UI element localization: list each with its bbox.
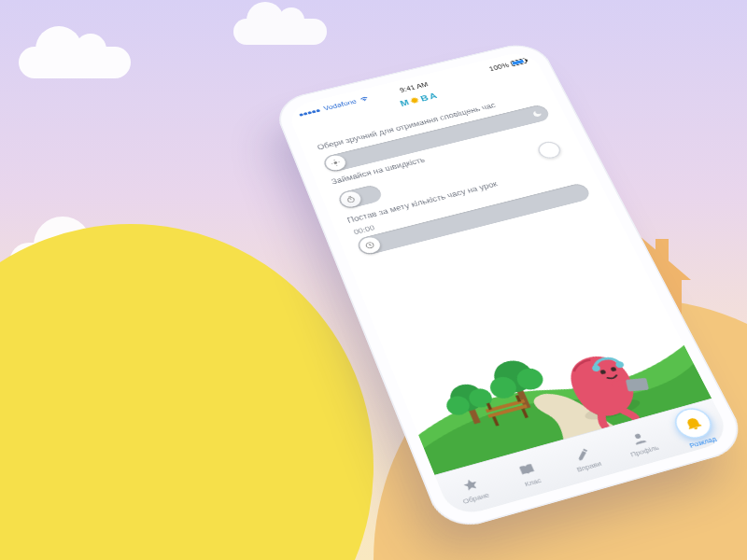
svg-line-15 xyxy=(350,199,351,201)
phone-screen: Vodafone 9:41 AM 100% М✹ВА Обери зручний… xyxy=(286,49,733,519)
svg-point-38 xyxy=(634,433,641,439)
clock-icon xyxy=(363,240,377,250)
bell-icon xyxy=(680,413,706,433)
svg-point-14 xyxy=(347,197,355,203)
svg-rect-35 xyxy=(626,378,649,392)
battery-icon xyxy=(510,58,528,66)
phone-mockup: Vodafone 9:41 AM 100% М✹ВА Обери зручний… xyxy=(271,39,747,534)
slider-thumb[interactable] xyxy=(323,154,347,173)
speed-toggle[interactable] xyxy=(336,184,384,210)
stopwatch-icon xyxy=(345,194,358,204)
svg-point-9 xyxy=(333,161,338,165)
sun-icon xyxy=(329,158,342,168)
svg-line-16 xyxy=(348,197,351,198)
slider-thumb[interactable] xyxy=(358,235,383,255)
speed-radio[interactable] xyxy=(535,140,564,161)
toggle-knob xyxy=(338,190,363,209)
moon-icon xyxy=(530,109,543,119)
stage: Vodafone 9:41 AM 100% М✹ВА Обери зручний… xyxy=(0,0,747,560)
battery-pct: 100% xyxy=(488,62,511,72)
